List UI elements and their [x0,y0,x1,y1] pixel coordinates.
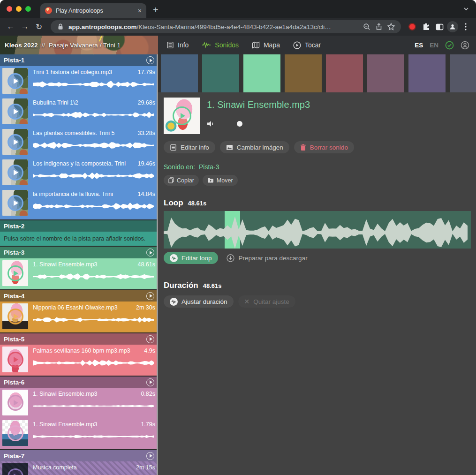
minimize-window-button[interactable] [16,6,22,12]
recording-extension-icon[interactable] [408,23,416,30]
sidebar-scrollbar[interactable] [157,54,158,475]
clip-row[interactable]: 1. Sinawi Ensemble.mp30.82s [0,388,158,418]
breadcrumb-project[interactable]: Kleos 2022 [5,42,38,49]
clip-thumbnail[interactable] [2,98,28,124]
edit-loop-button[interactable]: Editar loop [164,252,218,264]
track-color-swatch[interactable] [450,54,476,92]
clip-thumbnail[interactable] [2,68,28,94]
track-play-button[interactable] [146,56,154,64]
back-button[interactable]: ← [5,21,17,33]
track-play-button[interactable] [146,292,154,300]
zoom-window-button[interactable] [25,6,31,12]
clip-row[interactable]: Musica completa2m 15s [0,461,158,475]
clip-row[interactable]: Las plantas comestibles. Trini 533.28s [0,127,158,158]
clip-row[interactable]: Trini 1 historia del colegio.mp317.79s [0,66,158,97]
forward-button[interactable]: → [19,21,31,33]
clip-title[interactable]: Los indigenas y la compostela. Trini [33,160,126,167]
new-tab-button[interactable]: + [153,5,159,18]
side-panel-icon[interactable] [434,21,445,32]
clip-thumbnail[interactable] [2,347,28,372]
clip-thumbnail[interactable] [2,260,28,286]
bookmark-star-icon[interactable] [387,23,395,31]
close-window-button[interactable] [7,6,12,12]
track-color-swatch[interactable] [285,54,322,92]
clip-title[interactable]: 1. Sinawi Ensemble.mp3 [33,421,98,428]
clip-row[interactable]: 1. Sinawi Ensemble.mp31.79s [0,418,158,449]
browser-tab[interactable]: Play Antropoloops × [40,3,146,18]
track-header-pista-5[interactable]: Pista-5 [0,333,158,345]
adjust-duration-button[interactable]: Ajustar duración [164,295,234,308]
track-name[interactable]: Pista-5 [4,336,24,343]
clip-thumbnail[interactable] [2,463,28,475]
clip-row[interactable]: Bubulina Trini 1\229.68s [0,97,158,127]
remove-adjustment-button[interactable]: ✕ Quitar ajuste [238,295,295,308]
volume-slider-thumb[interactable] [237,121,242,127]
edit-info-button[interactable]: Editar info [164,141,215,153]
clip-thumbnail[interactable] [2,303,28,329]
language-es-button[interactable]: ES [415,42,423,49]
clip-title[interactable]: Bubulina Trini 1\2 [33,99,78,106]
clip-title[interactable]: Trini 1 historia del colegio.mp3 [33,69,112,75]
clip-title[interactable]: la importancia de la lluvia. Trini [33,191,113,197]
clip-title[interactable]: Musica completa [33,464,77,471]
prepare-download-button[interactable]: Preparar para descargar [227,254,308,262]
copy-button[interactable]: Copiar [164,175,199,186]
reload-button[interactable]: ↻ [33,21,45,33]
browser-menu-kebab-icon[interactable] [460,21,471,32]
track-play-button[interactable] [146,378,154,386]
track-header-pista-1[interactable]: Pista-1 [0,54,158,66]
nav-tab-info[interactable]: Info [166,41,189,49]
track-name[interactable]: Pista-3 [4,249,24,256]
track-name[interactable]: Pista-4 [4,293,24,300]
account-icon[interactable] [461,41,469,50]
zoom-icon[interactable] [363,23,371,31]
track-header-pista-4[interactable]: Pista-4 [0,290,158,302]
clip-title[interactable]: 1. Sinawi Ensemble.mp3 [33,261,98,268]
track-color-swatch[interactable] [367,54,404,92]
track-color-swatch[interactable] [161,54,198,92]
sound-image[interactable] [164,98,200,134]
nav-tab-play[interactable]: Tocar [293,41,321,49]
track-color-swatch[interactable] [202,54,239,92]
clip-row[interactable]: Palmas sevillanas 160 bpm mp3.mp34.9s [0,345,158,375]
share-icon[interactable] [375,23,383,31]
clip-title[interactable]: Palmas sevillanas 160 bpm mp3.mp3 [33,347,130,354]
clip-thumbnail[interactable] [2,159,28,185]
nav-tab-sounds[interactable]: Sonidos [202,41,239,49]
delete-sound-button[interactable]: Borrar sonido [294,141,354,153]
chevron-down-icon[interactable] [463,6,469,12]
clip-row[interactable]: Nipponia 06 Esashi Oiwake.mp32m 30s [0,302,158,332]
track-play-button[interactable] [146,452,154,460]
volume-slider-track[interactable] [223,124,460,125]
volume-icon[interactable] [207,120,215,128]
language-en-button[interactable]: EN [430,42,438,49]
breadcrumb-scene[interactable]: Pasaje Valvanera / Trini 1 [49,42,121,49]
tab-close-icon[interactable]: × [138,8,142,14]
sound-play-icon[interactable] [173,106,191,125]
track-header-pista-2[interactable]: Pista-2 [0,220,158,232]
clip-title[interactable]: Las plantas comestibles. Trini 5 [33,130,114,136]
extensions-puzzle-icon[interactable] [421,21,432,32]
sound-in-track-link[interactable]: Pista-3 [199,163,219,171]
track-play-button[interactable] [146,249,154,256]
track-color-swatch-selected[interactable] [243,54,280,92]
traffic-lights[interactable] [7,6,31,12]
track-color-swatch[interactable] [408,54,446,92]
clip-row[interactable]: la importancia de la lluvia. Trini14.84s [0,188,158,219]
move-button[interactable]: Mover [203,175,238,186]
clip-title[interactable]: 1. Sinawi Ensemble.mp3 [33,391,98,397]
track-play-button[interactable] [146,335,154,343]
track-header-pista-7[interactable]: Pista-7 [0,450,158,461]
volume-slider[interactable] [223,121,460,127]
track-color-swatch[interactable] [326,54,363,92]
clip-row[interactable]: Los indigenas y la compostela. Trini19.4… [0,158,158,188]
track-header-pista-6[interactable]: Pista-6 [0,377,158,388]
url-text[interactable]: app.antropoloops.com/Kleos-Santa-Marina/… [68,23,359,30]
address-bar[interactable]: app.antropoloops.com/Kleos-Santa-Marina/… [51,20,401,33]
loop-waveform-panel[interactable] [164,211,471,249]
track-name[interactable]: Pista-7 [4,452,24,460]
track-name[interactable]: Pista-2 [4,223,24,230]
browser-profile-avatar[interactable] [447,21,458,32]
clip-row-selected[interactable]: 1. Sinawi Ensemble.mp348.61s [0,258,158,289]
track-name[interactable]: Pista-6 [4,379,24,386]
